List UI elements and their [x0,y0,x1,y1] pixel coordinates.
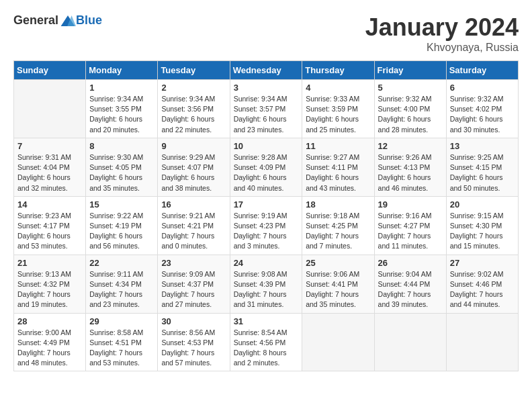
calendar-cell: 17Sunrise: 9:19 AMSunset: 4:23 PMDayligh… [230,196,302,255]
day-number: 24 [234,258,299,268]
logo-general-text: General [13,13,58,28]
day-info: Sunrise: 9:13 AMSunset: 4:32 PMDaylight:… [17,269,82,310]
day-info: Sunrise: 9:19 AMSunset: 4:23 PMDaylight:… [234,211,299,252]
calendar-cell: 25Sunrise: 9:06 AMSunset: 4:41 PMDayligh… [302,255,374,313]
day-info: Sunrise: 9:18 AMSunset: 4:25 PMDaylight:… [306,211,370,252]
calendar-cell: 8Sunrise: 9:30 AMSunset: 4:05 PMDaylight… [86,138,158,196]
calendar-cell: 7Sunrise: 9:31 AMSunset: 4:04 PMDaylight… [14,138,86,196]
calendar-cell: 27Sunrise: 9:02 AMSunset: 4:46 PMDayligh… [446,255,518,313]
day-info: Sunrise: 9:16 AMSunset: 4:27 PMDaylight:… [378,211,443,252]
day-info: Sunrise: 8:58 AMSunset: 4:51 PMDaylight:… [89,328,154,369]
calendar-week-row: 14Sunrise: 9:23 AMSunset: 4:17 PMDayligh… [14,196,519,255]
calendar-cell: 6Sunrise: 9:32 AMSunset: 4:02 PMDaylight… [446,80,518,138]
day-info: Sunrise: 8:54 AMSunset: 4:56 PMDaylight:… [234,328,299,369]
calendar-cell: 16Sunrise: 9:21 AMSunset: 4:21 PMDayligh… [158,196,230,255]
day-number: 8 [89,141,154,151]
page-header: General Blue January 2024 Khvoynaya, Rus… [13,13,519,54]
day-of-week-header: Sunday [14,61,86,80]
day-number: 11 [306,141,370,151]
calendar-cell: 31Sunrise: 8:54 AMSunset: 4:56 PMDayligh… [230,313,302,371]
day-info: Sunrise: 8:56 AMSunset: 4:53 PMDaylight:… [161,328,226,369]
calendar-cell: 5Sunrise: 9:32 AMSunset: 4:00 PMDaylight… [374,80,446,138]
day-info: Sunrise: 9:22 AMSunset: 4:19 PMDaylight:… [89,211,154,252]
calendar-cell: 29Sunrise: 8:58 AMSunset: 4:51 PMDayligh… [86,313,158,371]
day-of-week-header: Thursday [302,61,374,80]
day-number: 14 [17,199,82,210]
calendar-cell: 3Sunrise: 9:34 AMSunset: 3:57 PMDaylight… [230,80,302,138]
day-number: 2 [161,83,226,93]
calendar-week-row: 7Sunrise: 9:31 AMSunset: 4:04 PMDaylight… [14,138,519,196]
day-info: Sunrise: 9:34 AMSunset: 3:55 PMDaylight:… [89,94,154,135]
calendar-cell: 23Sunrise: 9:09 AMSunset: 4:37 PMDayligh… [158,255,230,313]
day-number: 13 [450,141,515,151]
calendar-cell: 28Sunrise: 9:00 AMSunset: 4:49 PMDayligh… [14,313,86,371]
day-number: 7 [17,141,82,151]
day-number: 28 [17,316,82,326]
day-info: Sunrise: 9:06 AMSunset: 4:41 PMDaylight:… [306,269,370,310]
day-number: 15 [89,199,154,210]
day-info: Sunrise: 9:34 AMSunset: 3:56 PMDaylight:… [161,94,226,135]
day-number: 29 [89,316,154,326]
day-info: Sunrise: 9:31 AMSunset: 4:04 PMDaylight:… [17,152,82,193]
day-info: Sunrise: 9:34 AMSunset: 3:57 PMDaylight:… [234,94,299,135]
day-number: 20 [450,199,515,210]
calendar-cell: 22Sunrise: 9:11 AMSunset: 4:34 PMDayligh… [86,255,158,313]
calendar-week-row: 21Sunrise: 9:13 AMSunset: 4:32 PMDayligh… [14,255,519,313]
calendar-cell: 2Sunrise: 9:34 AMSunset: 3:56 PMDaylight… [158,80,230,138]
calendar-cell: 11Sunrise: 9:27 AMSunset: 4:11 PMDayligh… [302,138,374,196]
day-info: Sunrise: 9:30 AMSunset: 4:05 PMDaylight:… [89,152,154,193]
calendar-cell: 19Sunrise: 9:16 AMSunset: 4:27 PMDayligh… [374,196,446,255]
calendar-header-row: SundayMondayTuesdayWednesdayThursdayFrid… [14,61,519,80]
day-number: 22 [89,258,154,268]
day-number: 19 [378,199,443,210]
day-number: 30 [161,316,226,326]
location-subtitle: Khvoynaya, Russia [365,42,519,54]
day-info: Sunrise: 9:25 AMSunset: 4:15 PMDaylight:… [450,152,515,193]
calendar-cell: 13Sunrise: 9:25 AMSunset: 4:15 PMDayligh… [446,138,518,196]
day-info: Sunrise: 9:23 AMSunset: 4:17 PMDaylight:… [17,211,82,252]
day-info: Sunrise: 9:28 AMSunset: 4:09 PMDaylight:… [234,152,299,193]
logo-icon [60,14,76,28]
day-number: 26 [378,258,443,268]
day-info: Sunrise: 9:27 AMSunset: 4:11 PMDaylight:… [306,152,370,193]
day-of-week-header: Monday [86,61,158,80]
day-number: 6 [450,83,515,93]
calendar-cell: 21Sunrise: 9:13 AMSunset: 4:32 PMDayligh… [14,255,86,313]
day-info: Sunrise: 9:15 AMSunset: 4:30 PMDaylight:… [450,211,515,252]
day-info: Sunrise: 9:32 AMSunset: 4:02 PMDaylight:… [450,94,515,135]
calendar-cell: 12Sunrise: 9:26 AMSunset: 4:13 PMDayligh… [374,138,446,196]
day-number: 16 [161,199,226,210]
day-number: 1 [89,83,154,93]
day-info: Sunrise: 9:32 AMSunset: 4:00 PMDaylight:… [378,94,443,135]
title-block: January 2024 Khvoynaya, Russia [365,13,519,54]
day-info: Sunrise: 9:09 AMSunset: 4:37 PMDaylight:… [161,269,226,310]
day-info: Sunrise: 9:11 AMSunset: 4:34 PMDaylight:… [89,269,154,310]
day-info: Sunrise: 9:08 AMSunset: 4:39 PMDaylight:… [234,269,299,310]
calendar-week-row: 1Sunrise: 9:34 AMSunset: 3:55 PMDaylight… [14,80,519,138]
calendar-table: SundayMondayTuesdayWednesdayThursdayFrid… [13,60,519,371]
calendar-cell: 30Sunrise: 8:56 AMSunset: 4:53 PMDayligh… [158,313,230,371]
calendar-cell: 24Sunrise: 9:08 AMSunset: 4:39 PMDayligh… [230,255,302,313]
calendar-cell [374,313,446,371]
day-number: 5 [378,83,443,93]
calendar-cell: 1Sunrise: 9:34 AMSunset: 3:55 PMDaylight… [86,80,158,138]
day-number: 31 [234,316,299,326]
day-of-week-header: Wednesday [230,61,302,80]
day-number: 23 [161,258,226,268]
day-info: Sunrise: 9:21 AMSunset: 4:21 PMDaylight:… [161,211,226,252]
day-info: Sunrise: 9:04 AMSunset: 4:44 PMDaylight:… [378,269,443,310]
calendar-cell: 9Sunrise: 9:29 AMSunset: 4:07 PMDaylight… [158,138,230,196]
day-number: 4 [306,83,370,93]
day-info: Sunrise: 9:26 AMSunset: 4:13 PMDaylight:… [378,152,443,193]
calendar-cell: 14Sunrise: 9:23 AMSunset: 4:17 PMDayligh… [14,196,86,255]
day-number: 25 [306,258,370,268]
logo: General Blue [13,13,102,28]
day-number: 3 [234,83,299,93]
calendar-cell [302,313,374,371]
calendar-cell: 10Sunrise: 9:28 AMSunset: 4:09 PMDayligh… [230,138,302,196]
calendar-cell: 4Sunrise: 9:33 AMSunset: 3:59 PMDaylight… [302,80,374,138]
day-of-week-header: Friday [374,61,446,80]
calendar-cell: 15Sunrise: 9:22 AMSunset: 4:19 PMDayligh… [86,196,158,255]
day-number: 27 [450,258,515,268]
day-info: Sunrise: 9:33 AMSunset: 3:59 PMDaylight:… [306,94,370,135]
